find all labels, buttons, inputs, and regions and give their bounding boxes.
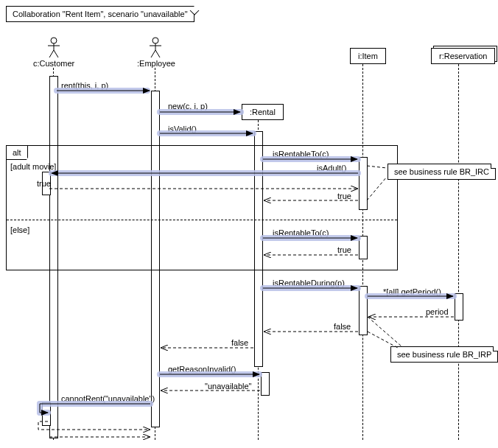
rental-activation-2 — [261, 372, 270, 396]
msg-false2: false — [231, 338, 248, 347]
actor-customer-icon — [48, 37, 57, 55]
msg-new: new(c, i, p) — [168, 102, 208, 111]
customer-activation-3 — [42, 402, 51, 426]
svg-line-3 — [49, 50, 54, 57]
msg-isrentableto1: isRentableTo(c) — [273, 150, 329, 158]
note-br-irc: see business rule BR_IRC — [387, 164, 496, 180]
employee-label: :Employee — [137, 59, 175, 68]
svg-point-5 — [152, 38, 158, 43]
reservation-object: r:Reservation — [431, 48, 495, 64]
alt-guard-adult: [adult movie] — [10, 162, 56, 171]
msg-true3: true — [337, 245, 351, 254]
msg-isadult: isAdult() — [317, 164, 346, 172]
item-object: i:Item — [350, 48, 386, 64]
svg-line-9 — [155, 50, 160, 57]
customer-label: c:Customer — [33, 59, 74, 68]
alt-guard-else: [else] — [10, 225, 29, 234]
msg-getreason: getReasonInvalid() — [168, 365, 236, 374]
alt-divider — [7, 220, 397, 220]
msg-isrentableto2: isRentableTo(c) — [273, 228, 329, 237]
svg-line-42 — [368, 332, 398, 348]
msg-isvalid: isValid() — [168, 125, 197, 133]
svg-point-0 — [51, 38, 57, 43]
reservation-activation — [455, 293, 463, 321]
msg-unavailable: "unavailable" — [205, 382, 251, 391]
rental-object: :Rental — [242, 104, 284, 120]
msg-period: period — [426, 307, 449, 316]
reservation-lifeline — [458, 64, 459, 440]
msg-rent: rent(this, i, p) — [61, 81, 108, 90]
alt-operator: alt — [6, 145, 28, 160]
frame-header: Collaboration "Rent Item", scenario "una… — [6, 6, 194, 22]
item-activation-3 — [359, 286, 368, 335]
note-br-irp: see business rule BR_IRP — [390, 346, 498, 363]
msg-false1: false — [334, 322, 351, 331]
actor-employee-icon — [150, 37, 158, 55]
msg-isrentableduring: isRentableDuring(p) — [273, 279, 345, 287]
msg-getperiod: *[all] getPeriod() — [383, 287, 441, 296]
msg-true2: true — [337, 192, 351, 200]
svg-line-43 — [368, 317, 401, 346]
svg-line-4 — [54, 50, 58, 57]
sequence-diagram: Collaboration "Rent Item", scenario "una… — [0, 0, 498, 448]
svg-line-8 — [151, 50, 155, 57]
msg-cannotrent: cannotRent("unavailable") — [61, 394, 155, 403]
msg-true1: true — [37, 179, 51, 188]
